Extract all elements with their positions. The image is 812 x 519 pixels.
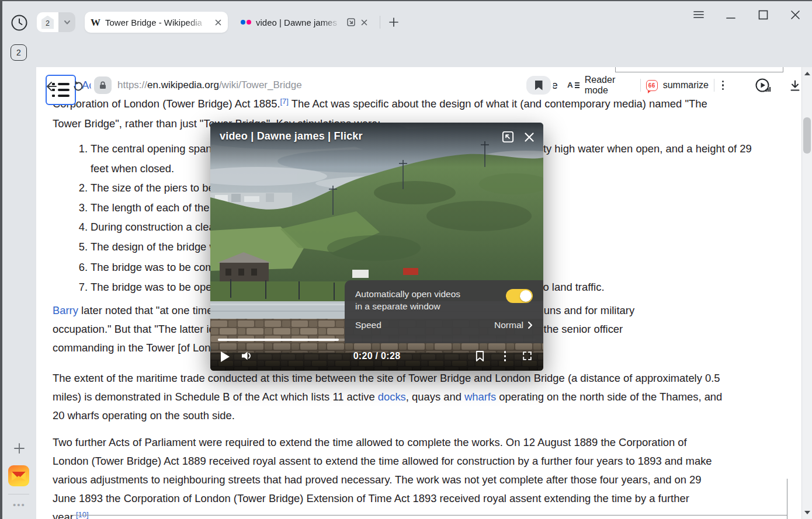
text-span: various adjustments to neighbouring stre… xyxy=(53,473,702,486)
tab-close-icon[interactable] xyxy=(360,19,368,26)
wiki-link[interactable]: docks xyxy=(378,391,406,403)
window-close-button[interactable] xyxy=(789,8,801,21)
browser-window: 2 ••• 2 W Tow xyxy=(0,0,812,519)
url-bar[interactable]: https://en.wikipedia.org/wiki/Tower_Brid… xyxy=(91,74,553,97)
sidebar-workspace-badge[interactable]: 2 xyxy=(11,44,27,61)
window-edge xyxy=(0,0,812,1)
speed-menu-item[interactable]: Speed Normal xyxy=(355,320,533,330)
text-span: Corporation of London (Tower Bridge) Act… xyxy=(53,97,280,110)
text-span: feet when closed. xyxy=(91,162,174,175)
text-span: , quays and xyxy=(406,391,464,403)
partial-search-box[interactable] xyxy=(615,67,783,72)
list-number: 2. xyxy=(72,178,88,198)
tab-group-chip: 2 xyxy=(37,12,75,32)
pip-indicator-icon[interactable] xyxy=(346,18,356,27)
video-settings-panel: Automatically open videos in a separate … xyxy=(345,280,543,343)
mail-app-icon[interactable] xyxy=(8,465,30,487)
list-number: 7. xyxy=(72,277,88,297)
video-time: 0:20 / 0:28 xyxy=(353,351,401,361)
list-number: 4. xyxy=(72,217,88,237)
volume-icon[interactable] xyxy=(241,350,254,361)
text-span: operating on the north side of the Thame… xyxy=(496,391,722,403)
new-tab-button[interactable] xyxy=(384,13,403,32)
tab-close-icon[interactable] xyxy=(214,19,222,26)
actions-divider xyxy=(640,79,641,92)
text-line: various adjustments to neighbouring stre… xyxy=(53,471,786,489)
list-number: 1. xyxy=(72,139,88,159)
text-line: 20 wharfs operating on the south side. xyxy=(53,406,786,425)
wikipedia-favicon: W xyxy=(91,18,100,27)
text-span: The Act was specific about the design of… xyxy=(289,97,707,110)
text-span: June 1893 the Corporation of London (Tow… xyxy=(53,492,689,504)
text-line: The extent of the maritime trade conduct… xyxy=(53,369,786,388)
back-button[interactable] xyxy=(43,79,58,94)
video-more-icon[interactable] xyxy=(504,351,506,361)
sidebar-add-button[interactable] xyxy=(11,440,27,457)
tab-divider xyxy=(380,16,380,29)
tab-title: Tower Bridge - Wikipedia xyxy=(105,18,210,27)
page-scrollbar[interactable] xyxy=(801,67,812,519)
scroll-up-arrow[interactable] xyxy=(804,72,810,75)
reload-button[interactable] xyxy=(70,79,85,94)
url-text: https://en.wikipedia.org/wiki/Tower_Brid… xyxy=(117,74,302,97)
summarize-icon: 66 xyxy=(646,80,658,91)
video-title-bar: video | Dawne james | Flickr xyxy=(210,123,543,167)
tab-title: video | Dawne james | Flickr xyxy=(256,18,342,27)
flickr-favicon xyxy=(241,20,251,25)
paragraph-further-acts: Two further Acts of Parliament were requ… xyxy=(53,433,786,519)
text-line: London (Tower Bridge) Act 1889 received … xyxy=(53,452,786,471)
workspace-number: 2 xyxy=(16,48,21,57)
speed-label: Speed xyxy=(355,320,381,330)
text-line: Two further Acts of Parliament were requ… xyxy=(53,433,786,452)
wiki-link[interactable]: Barry xyxy=(53,304,78,316)
auto-open-label: Automatically open videos in a separate … xyxy=(355,288,460,312)
auto-open-toggle[interactable] xyxy=(506,289,533,303)
text-line: year.[10] xyxy=(53,508,786,519)
reader-mode-icon: A xyxy=(567,81,579,89)
video-bookmark-icon[interactable] xyxy=(475,350,485,362)
section-divider-edge xyxy=(787,479,787,519)
history-clock-icon[interactable] xyxy=(9,13,29,33)
paragraph-maritime-trade: The extent of the maritime trade conduct… xyxy=(53,369,786,425)
bookmark-chip[interactable] xyxy=(526,76,551,95)
page-actions-pill: A Reader mode 66 summarize xyxy=(559,74,734,97)
text-span: London (Tower Bridge) Act 1889 received … xyxy=(53,455,712,467)
site-security-chip[interactable] xyxy=(94,76,112,94)
fullscreen-icon[interactable] xyxy=(522,350,533,361)
bookmark-icon xyxy=(535,81,543,90)
more-actions-icon[interactable] xyxy=(720,81,726,90)
reference-link[interactable]: [7] xyxy=(280,97,289,106)
tab-flickr-video[interactable]: video | Dawne james | Flickr xyxy=(235,12,374,33)
window-minimize-button[interactable] xyxy=(724,8,737,21)
text-span: miles) is demonstrated in Schedule B of … xyxy=(53,391,378,403)
tab-group-expand-button[interactable] xyxy=(58,12,75,32)
toggle-knob xyxy=(520,290,532,302)
tab-tower-bridge[interactable]: W Tower Bridge - Wikipedia xyxy=(85,12,228,33)
section-divider xyxy=(72,515,787,515)
wiki-link[interactable]: wharfs xyxy=(464,391,496,403)
back-to-tab-icon[interactable] xyxy=(501,130,515,144)
window-maximize-button[interactable] xyxy=(757,8,769,21)
text-line: miles) is demonstrated in Schedule B of … xyxy=(53,388,786,406)
scrollbar-thumb[interactable] xyxy=(803,117,811,154)
tab-group-badge: 2 xyxy=(41,16,54,29)
text-line: Corporation of London (Tower Bridge) Act… xyxy=(53,95,786,114)
sidebar-more-button[interactable]: ••• xyxy=(11,500,28,509)
text-span: Two further Acts of Parliament were requ… xyxy=(53,436,687,448)
listen-page-button[interactable] xyxy=(754,76,772,95)
chevron-right-icon xyxy=(528,321,533,329)
scroll-down-arrow[interactable] xyxy=(804,511,810,514)
sidebar: 2 ••• xyxy=(2,0,36,519)
speed-value: Normal xyxy=(494,320,523,330)
tab-group-counter[interactable]: 2 xyxy=(37,12,58,32)
text-span: 20 wharfs operating on the south side. xyxy=(53,409,235,422)
reader-mode-button[interactable]: Reader mode xyxy=(585,75,635,96)
pip-video-overlay[interactable]: video | Dawne james | Flickr Automatical… xyxy=(210,123,543,371)
text-span: The extent of the maritime trade conduct… xyxy=(53,372,720,384)
browser-menu-icon[interactable] xyxy=(692,8,705,21)
tab-bar: 2 W Tower Bridge - Wikipedia video | Daw… xyxy=(0,0,812,35)
close-video-icon[interactable] xyxy=(523,131,535,143)
summarize-button[interactable]: summarize xyxy=(663,80,709,90)
play-button[interactable] xyxy=(221,351,230,362)
downloads-button[interactable] xyxy=(787,78,803,93)
